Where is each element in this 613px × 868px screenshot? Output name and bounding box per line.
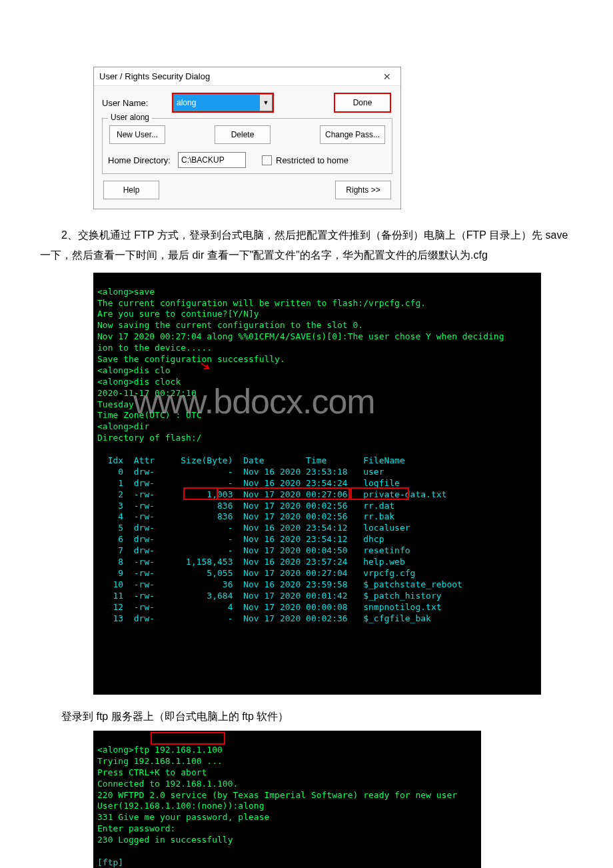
t1-line: <along>dir [97, 421, 149, 431]
t1-header: Idx Attr Size(Byte) Date Time FileName [97, 455, 405, 465]
security-dialog: User / Rights Security Dialog ✕ User Nam… [93, 67, 401, 209]
t1-row: 9 -rw- 5,055 Nov 17 2020 00:27:04 vrpcfg… [97, 568, 415, 578]
t1-row: 10 -rw- 36 Nov 16 2020 23:59:58 $_patchs… [97, 579, 462, 589]
dialog-title: User / Rights Security Dialog [99, 71, 210, 81]
t1-line: Nov 17 2020 00:27:04 along %%01CFM/4/SAV… [97, 331, 504, 341]
t1-row: 11 -rw- 3,684 Nov 17 2020 00:01:42 $_pat… [97, 591, 442, 601]
t1-line: <along>dis clock [97, 377, 181, 387]
t2-line: Enter password: [97, 823, 175, 833]
t1-line: <along>save [97, 287, 155, 297]
t2-line: Press CTRL+K to abort [97, 767, 207, 777]
t1-line: <along>dis clo [97, 365, 171, 375]
rights-button[interactable]: Rights >> [335, 181, 391, 199]
t2-line: 331 Give me your password, please [97, 812, 269, 822]
done-button[interactable]: Done [334, 93, 391, 113]
redbox-ip [151, 732, 225, 745]
dialog-titlebar: User / Rights Security Dialog ✕ [94, 67, 400, 86]
t1-line: Tuesday [97, 399, 134, 409]
t2-line: 230 Logged in successfully [97, 835, 233, 845]
terminal-2: <along>ftp 192.168.1.100 Trying 192.168.… [93, 731, 481, 868]
terminal-1: <along>save The current configuration wi… [93, 273, 541, 695]
t1-row: 5 drw- - Nov 16 2020 23:54:12 localuser [97, 523, 410, 533]
paragraph-2: 登录到 ftp 服务器上（即台式电脑上的 ftp 软件） [40, 707, 573, 727]
t1-row: 1 drw- - Nov 16 2020 23:54:24 logfile [97, 478, 400, 488]
t1-row: 4 -rw- 836 Nov 17 2020 00:02:56 rr.bak [97, 511, 394, 521]
t2-prompt: [ftp] [97, 857, 123, 867]
t1-row: 2 -rw- 1,003 Nov 17 2020 00:27:06 privat… [97, 489, 446, 499]
homedir-label: Home Directory: [108, 155, 178, 165]
t2-line: <along>ftp 192.168.1.100 [97, 745, 223, 755]
t1-line: Are you sure to continue?[Y/N]y [97, 309, 259, 319]
paragraph-1: 2、交换机通过 FTP 方式，登录到台式电脑，然后把配置文件推到（备份到）电脑上… [40, 225, 573, 266]
chevron-down-icon[interactable]: ▼ [260, 94, 273, 111]
t1-row: 12 -rw- 4 Nov 17 2020 00:00:08 snmpnotil… [97, 602, 442, 612]
t1-row: 8 -rw- 1,158,453 Nov 16 2020 23:57:24 he… [97, 557, 405, 567]
t1-line: Directory of flash:/ [97, 433, 202, 443]
t2-line: Trying 192.168.1.100 ... [97, 756, 223, 766]
restricted-checkbox[interactable] [262, 155, 272, 165]
t1-line: Time Zone(UTC) : UTC [97, 410, 202, 420]
help-button[interactable]: Help [103, 181, 159, 199]
t1-line: Now saving the current configuration to … [97, 320, 363, 330]
t2-line: Connected to 192.168.1.100. [97, 779, 238, 789]
username-combo[interactable]: along ▼ [172, 93, 274, 113]
t1-row: 0 drw- - Nov 16 2020 23:53:18 user [97, 467, 384, 477]
homedir-input[interactable]: C:\BACKUP [178, 152, 246, 168]
delete-button[interactable]: Delete [215, 125, 271, 144]
t1-row: 3 -rw- 836 Nov 17 2020 00:02:56 rr.dat [97, 501, 394, 511]
user-group: User along New User... Delete Change Pas… [102, 118, 392, 174]
t1-line: The current configuration will be writte… [97, 298, 426, 308]
group-legend: User along [108, 113, 152, 122]
t1-row: 13 drw- - Nov 17 2020 00:02:36 $_cfgfile… [97, 613, 431, 623]
username-value[interactable]: along [173, 94, 260, 111]
change-pass-button[interactable]: Change Pass... [320, 125, 385, 144]
new-user-button[interactable]: New User... [109, 125, 165, 144]
t1-row: 6 drw- - Nov 16 2020 23:54:12 dhcp [97, 534, 384, 544]
t2-line: User(192.168.1.100:(none)):along [97, 801, 264, 811]
t1-line: ion to the device..... [97, 343, 212, 353]
t1-line: 2020-11-17 00:27:10 [97, 388, 197, 398]
restricted-label: Restricted to home [276, 155, 348, 165]
t1-line: Save the configuration successfully. [97, 354, 285, 364]
t1-row: 7 drw- - Nov 17 2020 00:04:50 resetinfo [97, 545, 410, 555]
username-label: User Name: [102, 98, 172, 108]
close-icon[interactable]: ✕ [380, 72, 394, 81]
t2-line: 220 WFTPD 2.0 service (by Texas Imperial… [97, 790, 457, 800]
